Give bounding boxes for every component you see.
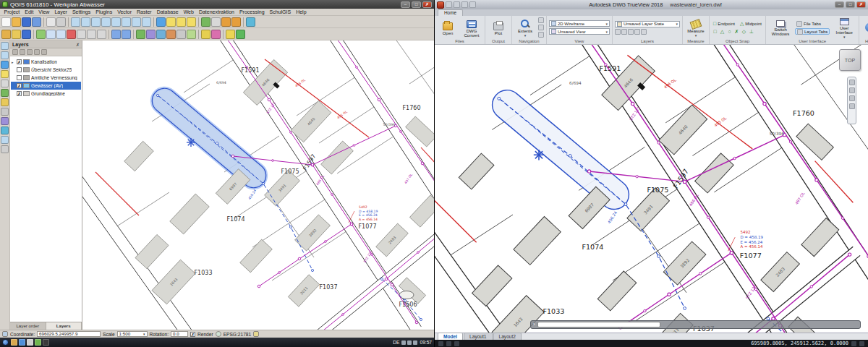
- menu-web[interactable]: Web: [181, 9, 196, 14]
- epsg-badge[interactable]: EPSG:21781: [224, 332, 252, 337]
- endpoint-snap-button[interactable]: □ Endpoint: [712, 20, 736, 27]
- taskbar-qgis-icon[interactable]: [35, 339, 41, 346]
- project-open-icon[interactable]: [12, 17, 21, 27]
- visual-style-dropdown[interactable]: 2D Wireframe ▾: [549, 20, 610, 27]
- tab-home[interactable]: Home: [438, 9, 463, 16]
- coordinate-field[interactable]: 696029.5,249957.9: [37, 331, 101, 337]
- select-expression-icon[interactable]: [187, 17, 196, 27]
- keyboard-layout-indicator[interactable]: DE: [393, 340, 399, 345]
- layer-item[interactable]: ▸✗Kanalisation: [11, 58, 81, 66]
- minimize-button[interactable]: –: [835, 1, 844, 8]
- select-features-icon[interactable]: [166, 17, 176, 27]
- redo-icon[interactable]: [122, 30, 131, 39]
- zoom-full-icon[interactable]: [122, 17, 131, 27]
- open-attribute-table-icon[interactable]: [201, 17, 210, 27]
- undo-icon[interactable]: [111, 30, 121, 39]
- updates-icon[interactable]: [413, 340, 417, 345]
- full-navigation-wheel-icon[interactable]: [849, 80, 855, 85]
- command-input[interactable]: [537, 322, 660, 327]
- layer-tool-icon[interactable]: [615, 29, 621, 35]
- layer-styling-icon[interactable]: [211, 30, 221, 39]
- layout-tabs-button[interactable]: Layout Tabs: [795, 28, 830, 35]
- menu-schulgis[interactable]: SchulGIS: [267, 9, 294, 14]
- plugin-manager-icon[interactable]: [236, 30, 245, 39]
- identify-features-icon[interactable]: [156, 17, 166, 27]
- layer-tool-icon[interactable]: [634, 29, 640, 35]
- ortho-toggle-icon[interactable]: [454, 341, 459, 346]
- help-tool-icon[interactable]: [1, 136, 9, 144]
- layer-state-dropdown[interactable]: Unsaved Layer State ▾: [615, 21, 680, 27]
- menu-project[interactable]: Project: [1, 9, 22, 14]
- layer-item[interactable]: Amtliche Vermessung: [11, 74, 81, 82]
- qat-redo-icon[interactable]: [469, 1, 476, 8]
- help-button[interactable]: [861, 23, 868, 32]
- select-tool-icon[interactable]: [1, 70, 9, 78]
- tab-model[interactable]: Model: [438, 333, 463, 340]
- project-save-icon[interactable]: [22, 17, 31, 27]
- orbit-icon[interactable]: [538, 32, 544, 38]
- volume-icon[interactable]: [407, 340, 412, 345]
- switch-windows-button[interactable]: Switch Windows: [768, 19, 793, 36]
- show-bookmarks-icon[interactable]: [231, 17, 241, 27]
- coordinate-capture-icon[interactable]: [2, 331, 8, 337]
- qat-plot-icon[interactable]: [454, 1, 460, 8]
- expand-tree-icon[interactable]: [34, 49, 40, 55]
- layer-item[interactable]: Übersicht Sektor25: [11, 66, 81, 74]
- minimize-button[interactable]: –: [401, 1, 410, 8]
- start-button[interactable]: [2, 339, 9, 346]
- menu-view[interactable]: View: [36, 9, 52, 14]
- qgis-map-canvas[interactable]: 46464640698734913892248316432011F1591F17…: [82, 40, 434, 330]
- python-console-icon[interactable]: [226, 30, 235, 39]
- taskbar-files-icon[interactable]: [11, 339, 17, 346]
- menu-vector[interactable]: Vector: [115, 9, 135, 14]
- menu-edit[interactable]: Edit: [22, 9, 36, 14]
- command-line-bar[interactable]: [530, 320, 861, 329]
- taskbar-terminal-icon[interactable]: [43, 339, 49, 346]
- layer-item[interactable]: ✗Gewässer (AV): [11, 82, 81, 90]
- cad-drawing-canvas[interactable]: 46464640698734913892248316432011F1591F17…: [435, 45, 868, 333]
- snap-mode-icon[interactable]: △: [719, 28, 726, 35]
- snap-settings-icon[interactable]: [1, 108, 9, 116]
- plot-button[interactable]: Plot: [488, 20, 509, 35]
- layer-tool-icon[interactable]: [628, 29, 634, 35]
- application-menu-button[interactable]: [437, 1, 444, 9]
- layer-checkbox[interactable]: ✗: [17, 83, 22, 88]
- menu-raster[interactable]: Raster: [135, 9, 155, 14]
- add-vector-layer-icon[interactable]: [136, 30, 145, 39]
- processing-icon[interactable]: [1, 127, 9, 134]
- user-interface-button[interactable]: User Interface ▾: [832, 17, 856, 38]
- layer-tool-icon[interactable]: [621, 29, 627, 35]
- measure-tool-icon[interactable]: [1, 80, 9, 87]
- current-edits-icon[interactable]: [1, 30, 11, 39]
- refresh-map-icon[interactable]: [246, 17, 255, 27]
- dwg-convert-button[interactable]: DWG Convert: [461, 18, 482, 38]
- tab-layout1[interactable]: Layout1: [464, 333, 492, 340]
- menu-processing[interactable]: Processing: [237, 9, 267, 14]
- panel-close-icon[interactable]: ✗: [76, 42, 80, 47]
- add-layer-icon[interactable]: [1, 89, 9, 97]
- orbit-icon[interactable]: [849, 103, 855, 109]
- panel-tab-layer-order[interactable]: Layer order: [10, 322, 46, 330]
- viewcube[interactable]: TOP: [839, 49, 861, 71]
- snap-mode-icon[interactable]: ✗: [733, 28, 740, 35]
- node-tool-icon[interactable]: [46, 30, 56, 39]
- zoom-icon[interactable]: [849, 95, 855, 101]
- layer-checkbox[interactable]: ✗: [17, 91, 22, 96]
- georeferencer-icon[interactable]: [1, 117, 9, 125]
- annotation-scale-icon[interactable]: [851, 341, 856, 346]
- layer-labeling-icon[interactable]: [201, 30, 210, 39]
- project-new-icon[interactable]: [1, 17, 11, 27]
- settings-icon[interactable]: [859, 341, 864, 346]
- pan-icon[interactable]: [538, 17, 544, 23]
- render-checkbox[interactable]: ✗: [190, 332, 195, 337]
- zoom-native-icon[interactable]: [111, 17, 121, 27]
- layer-checkbox[interactable]: ✗: [17, 59, 22, 64]
- clock[interactable]: 09:57: [420, 340, 432, 345]
- rotation-field[interactable]: 0.0: [171, 331, 188, 337]
- maximize-button[interactable]: □: [846, 1, 855, 8]
- close-button[interactable]: ✗: [422, 1, 432, 8]
- layer-item[interactable]: ✗Grundlagepläne: [11, 90, 81, 98]
- menu-layer[interactable]: Layer: [52, 9, 70, 14]
- filter-legend-icon[interactable]: [27, 49, 33, 55]
- save-as-icon[interactable]: [32, 17, 41, 27]
